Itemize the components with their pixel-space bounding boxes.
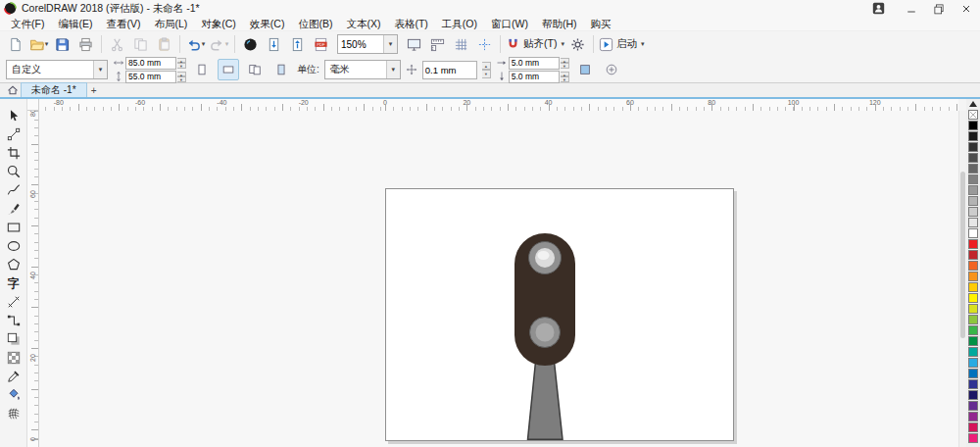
page-size-preset-select[interactable]: 自定义 ▾	[6, 60, 108, 79]
zoom-tool[interactable]	[3, 163, 24, 179]
text-tool[interactable]: 字	[3, 274, 24, 291]
drawing-canvas[interactable]	[39, 111, 958, 447]
color-swatch[interactable]	[968, 121, 978, 130]
color-swatch[interactable]	[968, 282, 978, 292]
treat-as-filled-button[interactable]	[574, 59, 596, 80]
menu-effects[interactable]: 效果(C)	[243, 17, 292, 30]
page-height-stepper[interactable]: ▴▾	[177, 72, 186, 82]
menu-layout[interactable]: 布局(L)	[147, 17, 194, 30]
shape-tool[interactable]	[3, 125, 24, 142]
document-tab[interactable]: 未命名 -1*	[21, 82, 87, 97]
color-swatch[interactable]	[968, 369, 978, 378]
zoom-level-input[interactable]	[338, 39, 383, 50]
mesh-fill-tool[interactable]	[3, 405, 24, 422]
color-swatch[interactable]	[968, 207, 978, 217]
color-swatch[interactable]	[968, 272, 978, 281]
circle-plus-button[interactable]	[601, 59, 622, 80]
user-account-button[interactable]	[868, 2, 888, 16]
import-button[interactable]	[263, 34, 285, 55]
minimize-button[interactable]	[898, 1, 925, 17]
parallel-dimension-tool[interactable]	[3, 293, 24, 310]
close-button[interactable]	[953, 1, 980, 17]
units-select[interactable]: 毫米 ▾	[324, 60, 401, 79]
menu-buy[interactable]: 购买	[584, 17, 618, 30]
menu-help[interactable]: 帮助(H)	[535, 17, 584, 30]
pick-tool[interactable]	[3, 107, 24, 124]
menu-file[interactable]: 文件(F)	[4, 17, 51, 30]
cut-button[interactable]	[106, 34, 128, 55]
page-width-input[interactable]	[126, 58, 175, 68]
redo-button[interactable]: ▾	[208, 34, 230, 55]
page-width-stepper[interactable]: ▴▾	[177, 58, 186, 69]
duplicate-x-input[interactable]	[510, 58, 559, 68]
vertical-ruler[interactable]: 806040200	[27, 111, 39, 447]
color-swatch[interactable]	[968, 164, 978, 174]
interactive-fill-tool[interactable]	[3, 386, 24, 403]
search-content-button[interactable]	[239, 34, 262, 55]
menu-view[interactable]: 查看(V)	[99, 17, 147, 30]
copy-button[interactable]	[129, 34, 152, 55]
color-swatch[interactable]	[968, 261, 978, 271]
export-button[interactable]	[286, 34, 309, 55]
portrait-button[interactable]	[191, 59, 213, 80]
paste-button[interactable]	[153, 34, 175, 55]
color-swatch[interactable]	[968, 315, 978, 324]
transparency-tool[interactable]	[3, 349, 24, 366]
snap-to-button[interactable]: 贴齐(T)▾	[505, 34, 565, 55]
palette-scroll-up-icon[interactable]	[969, 101, 977, 107]
chevron-down-icon[interactable]: ▾	[386, 61, 400, 78]
new-tab-button[interactable]: +	[87, 83, 101, 97]
signal-pole[interactable]	[528, 362, 564, 439]
zoom-level-combo[interactable]: ▾	[337, 34, 398, 54]
duplicate-x-stepper[interactable]: ▴▾	[561, 58, 569, 69]
polygon-tool[interactable]	[3, 256, 24, 273]
nudge-distance-stepper[interactable]: ▴▾	[482, 62, 491, 78]
chevron-down-icon[interactable]: ▾	[93, 61, 107, 78]
no-color-swatch[interactable]	[968, 110, 978, 120]
color-swatch[interactable]	[968, 239, 978, 249]
connector-tool[interactable]	[3, 312, 24, 328]
duplicate-y-stepper[interactable]: ▴▾	[561, 72, 569, 82]
menu-bitmaps[interactable]: 位图(B)	[291, 17, 339, 30]
color-swatch[interactable]	[968, 422, 978, 432]
show-rulers-button[interactable]	[426, 34, 449, 55]
menu-window[interactable]: 窗口(W)	[484, 17, 535, 30]
save-button[interactable]	[51, 34, 74, 55]
drop-shadow-tool[interactable]	[3, 330, 24, 347]
color-swatch[interactable]	[968, 196, 978, 206]
color-swatch[interactable]	[968, 218, 978, 227]
ellipse-tool[interactable]	[3, 237, 24, 254]
menu-object[interactable]: 对象(C)	[194, 17, 243, 30]
current-page-button[interactable]	[270, 59, 292, 80]
color-swatch[interactable]	[968, 390, 978, 400]
show-guidelines-button[interactable]	[473, 34, 496, 55]
color-swatch[interactable]	[968, 153, 978, 163]
welcome-home-button[interactable]	[5, 83, 21, 97]
menu-table[interactable]: 表格(T)	[387, 17, 434, 30]
color-swatch[interactable]	[968, 433, 978, 443]
all-pages-button[interactable]	[244, 59, 266, 80]
chevron-down-icon[interactable]: ▾	[383, 35, 397, 53]
show-grid-button[interactable]	[450, 34, 472, 55]
publish-to-pdf-button[interactable]: PDF	[310, 34, 332, 55]
color-swatch[interactable]	[968, 185, 978, 195]
launch-button[interactable]: 启动▾	[598, 34, 646, 55]
print-button[interactable]	[74, 34, 97, 55]
undo-button[interactable]: ▾	[184, 34, 207, 55]
color-swatch[interactable]	[968, 336, 978, 346]
color-swatch[interactable]	[968, 293, 978, 303]
full-screen-preview-button[interactable]	[403, 34, 425, 55]
page[interactable]	[385, 188, 734, 441]
page-height-input[interactable]	[126, 72, 175, 81]
color-swatch[interactable]	[968, 379, 978, 389]
color-swatch[interactable]	[968, 131, 978, 141]
vertical-scrollbar-thumb[interactable]	[960, 172, 965, 338]
ruler-origin-corner[interactable]	[27, 99, 39, 111]
vertical-scrollbar[interactable]	[958, 111, 966, 447]
color-swatch[interactable]	[968, 304, 978, 314]
color-swatch[interactable]	[968, 358, 978, 368]
landscape-button[interactable]	[218, 59, 239, 80]
new-document-button[interactable]	[4, 34, 26, 55]
color-swatch[interactable]	[968, 347, 978, 357]
color-swatch[interactable]	[968, 250, 978, 260]
